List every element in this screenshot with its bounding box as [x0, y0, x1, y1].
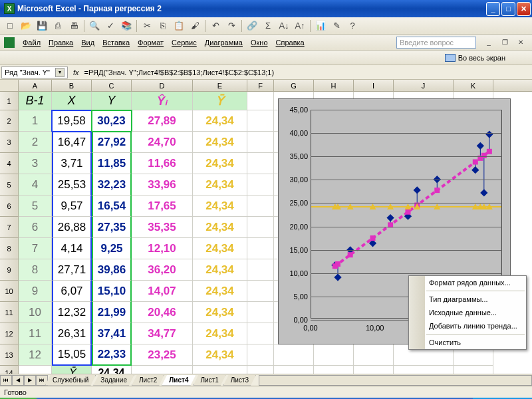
save-icon[interactable]: 💾 — [35, 19, 49, 33]
cell[interactable]: 24,34 — [193, 323, 247, 344]
col-header[interactable]: B — [52, 80, 92, 91]
cell[interactable]: 26,31 — [52, 323, 92, 344]
permission-icon[interactable]: ⎙ — [51, 19, 65, 33]
col-header[interactable]: E — [193, 80, 247, 91]
cell[interactable]: 26,88 — [52, 217, 92, 238]
col-header[interactable]: D — [132, 80, 193, 91]
worksheet-grid[interactable]: A B C D E F G H I J K 1 B-1 X Y Ŷᵢ Ȳ 2 1… — [0, 80, 532, 374]
menu-view[interactable]: Вид — [77, 37, 98, 48]
menu-window[interactable]: Окно — [247, 37, 272, 48]
cell[interactable]: 19,58 — [52, 110, 92, 132]
cell[interactable]: 24,34 — [193, 217, 247, 238]
close-button[interactable]: ✕ — [517, 2, 531, 16]
cell[interactable]: 24,34 — [193, 302, 247, 323]
cell[interactable]: X — [52, 92, 92, 110]
menu-tools[interactable]: Сервис — [168, 37, 201, 48]
cell[interactable]: 27,35 — [92, 217, 132, 238]
row-header[interactable]: 4 — [0, 153, 19, 174]
format-painter-icon[interactable]: 🖌 — [188, 19, 202, 33]
chart-icon[interactable]: 📊 — [313, 19, 328, 33]
tab-next-icon[interactable]: ▶ — [24, 375, 36, 386]
cell[interactable]: 4 — [19, 174, 52, 196]
cell[interactable]: 24,34 — [193, 238, 247, 259]
cell[interactable]: Ȳ — [193, 92, 247, 110]
copy-icon[interactable]: ⎘ — [156, 19, 170, 33]
cut-icon[interactable]: ✂ — [140, 19, 154, 33]
autosum-icon[interactable]: Σ — [261, 19, 275, 33]
cell[interactable]: 27,92 — [92, 132, 132, 153]
cell[interactable]: 32,23 — [92, 174, 132, 196]
help-icon[interactable]: ? — [345, 19, 360, 33]
row-header[interactable]: 13 — [0, 344, 19, 366]
cell[interactable]: 3,71 — [52, 153, 92, 174]
sheet-tab[interactable]: Лист4 — [162, 375, 196, 386]
ctx-add-trendline[interactable]: Добавить линию тренда... — [409, 319, 526, 332]
fullscreen-label[interactable]: Во весь экран — [458, 54, 505, 62]
open-icon[interactable]: 📂 — [19, 19, 33, 33]
cell[interactable]: 12,32 — [52, 302, 92, 323]
cell[interactable]: 6 — [19, 217, 52, 238]
cell[interactable]: 22,33 — [92, 344, 132, 366]
cell[interactable]: B-1 — [19, 92, 52, 110]
cell[interactable]: 25,53 — [52, 174, 92, 196]
col-header[interactable]: I — [354, 80, 394, 91]
cell[interactable]: 9 — [19, 281, 52, 302]
doc-minimize-button[interactable]: _ — [481, 35, 496, 50]
cell[interactable]: 34,77 — [132, 323, 193, 344]
cell[interactable]: 9,57 — [52, 196, 92, 217]
col-header[interactable]: H — [314, 80, 354, 91]
cell[interactable]: 24,34 — [193, 132, 247, 153]
cell[interactable]: 16,47 — [52, 132, 92, 153]
row-header[interactable]: 1 — [0, 92, 19, 110]
cell[interactable]: 27,89 — [132, 110, 193, 132]
col-header[interactable]: A — [19, 80, 52, 91]
doc-close-button[interactable]: ✕ — [513, 35, 528, 50]
cell[interactable]: Y — [92, 92, 132, 110]
row-header[interactable]: 8 — [0, 238, 19, 259]
cell[interactable]: 15,05 — [52, 344, 92, 366]
new-icon[interactable]: □ — [3, 19, 17, 33]
cell[interactable]: Ŷᵢ — [132, 92, 193, 110]
formula-text[interactable]: =РЯД("Знач. Y";Лист4!$B$2:$B$13;Лист4!$C… — [84, 68, 275, 76]
row-header[interactable]: 9 — [0, 259, 19, 281]
cell[interactable]: 11 — [19, 323, 52, 344]
cell[interactable]: 11,85 — [92, 153, 132, 174]
cell[interactable]: 10 — [19, 302, 52, 323]
menu-insert[interactable]: Вставка — [98, 37, 134, 48]
cell[interactable]: 24,34 — [92, 366, 132, 374]
sheet-tab[interactable]: Служебный — [45, 375, 96, 386]
cell[interactable]: 33,96 — [132, 174, 193, 196]
cell[interactable]: 11,66 — [132, 153, 193, 174]
cell[interactable]: 24,34 — [193, 196, 247, 217]
paste-icon[interactable]: 📋 — [172, 19, 186, 33]
cell[interactable]: 24,34 — [193, 153, 247, 174]
cell[interactable]: 7 — [19, 238, 52, 259]
tab-first-icon[interactable]: ⏮ — [0, 375, 12, 386]
preview-icon[interactable]: 🔍 — [87, 19, 102, 33]
cell[interactable]: 6,07 — [52, 281, 92, 302]
cell[interactable]: 8 — [19, 259, 52, 281]
maximize-button[interactable]: □ — [501, 2, 515, 16]
sort-asc-icon[interactable]: A↓ — [277, 19, 291, 33]
cell[interactable]: 35,35 — [132, 217, 193, 238]
select-all-corner[interactable] — [0, 80, 19, 91]
menu-help[interactable]: Справка — [272, 37, 309, 48]
doc-restore-button[interactable]: ❐ — [497, 35, 512, 50]
sheet-tab[interactable]: Лист2 — [132, 375, 164, 386]
col-header[interactable]: F — [247, 80, 274, 91]
cell[interactable]: 37,41 — [92, 323, 132, 344]
cell[interactable]: 17,65 — [132, 196, 193, 217]
sheet-tab[interactable]: Лист1 — [194, 375, 226, 386]
cell[interactable]: 24,34 — [193, 281, 247, 302]
cell[interactable]: 24,34 — [193, 259, 247, 281]
cell[interactable]: 1 — [19, 110, 52, 132]
row-header[interactable]: 6 — [0, 196, 19, 217]
cell[interactable]: 36,20 — [132, 259, 193, 281]
sheet-tab[interactable]: Лист3 — [223, 375, 256, 386]
row-header[interactable]: 10 — [0, 281, 19, 302]
cell[interactable]: 24,34 — [193, 344, 247, 366]
cell[interactable]: 4,14 — [52, 238, 92, 259]
cell[interactable]: 21,99 — [92, 302, 132, 323]
cell[interactable]: 2 — [19, 132, 52, 153]
cell[interactable]: 27,71 — [52, 259, 92, 281]
